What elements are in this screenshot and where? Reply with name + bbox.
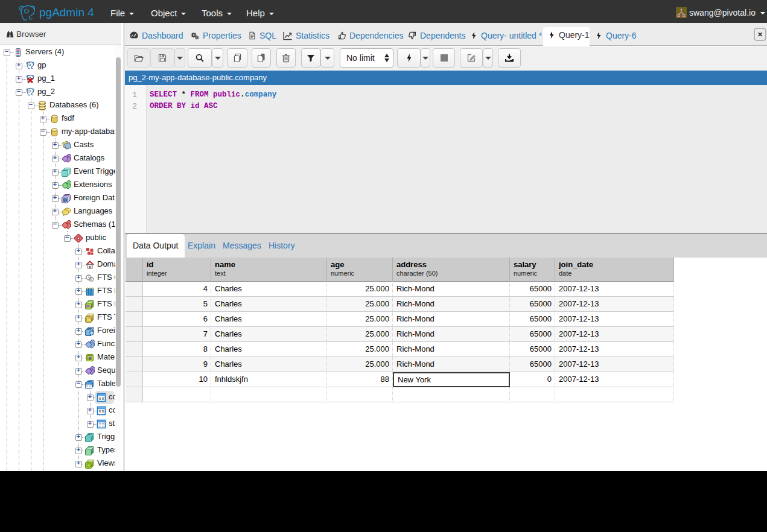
svg-text:M: M (88, 356, 91, 360)
